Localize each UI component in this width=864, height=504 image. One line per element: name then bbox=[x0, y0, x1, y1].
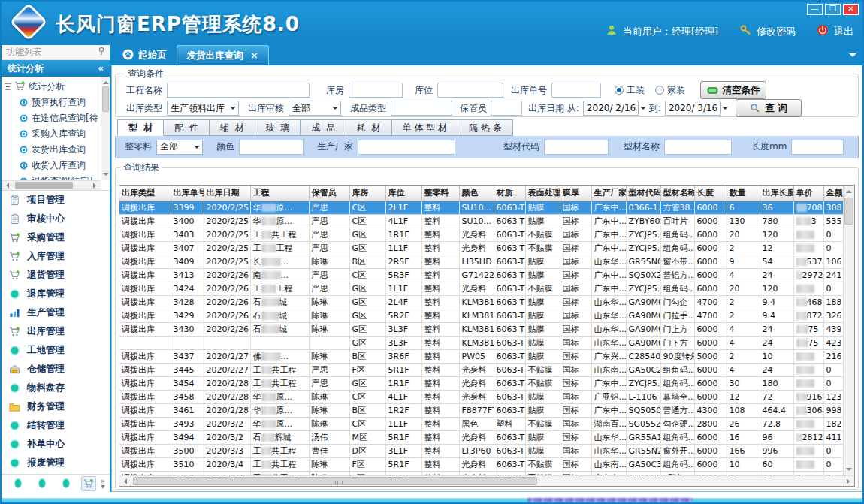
tree-root-node[interactable]: 统计分析 bbox=[5, 79, 110, 95]
date-from-picker[interactable]: 2020/ 2/16 bbox=[583, 101, 639, 116]
material-tab-辅材[interactable]: 辅 材 bbox=[210, 119, 255, 136]
material-tab-单体型材[interactable]: 单 体 型 材 bbox=[392, 119, 458, 136]
location-input[interactable] bbox=[437, 83, 503, 98]
search-button[interactable]: 查 询 bbox=[736, 99, 802, 117]
table-row[interactable]: 调拨出库34092020/2/25长...陈琳B区2R5F整料LI35HD606… bbox=[119, 255, 843, 268]
material-tab-耗材[interactable]: 耗 材 bbox=[346, 119, 392, 136]
tree-vertical-scrollbar[interactable] bbox=[101, 77, 110, 180]
table-row[interactable]: 调拨出库34372020/2/27佛...陈琳B区3R6F整料PW056063-… bbox=[119, 349, 843, 363]
scrollbar-thumb[interactable] bbox=[844, 198, 853, 225]
material-tab-玻璃[interactable]: 玻 璃 bbox=[255, 119, 301, 136]
length-input[interactable] bbox=[791, 140, 844, 155]
sidebar-item-审核中心[interactable]: 审核中心 bbox=[2, 210, 110, 228]
date-to-picker[interactable]: 2020/ 3/16 bbox=[665, 101, 721, 116]
table-row[interactable]: 调拨出库34452020/2/27工共工程严思F区5R1F整料光身料6063-T… bbox=[119, 363, 843, 376]
column-header-膜厚[interactable]: 膜厚 bbox=[560, 186, 591, 201]
tab-shipping-outbound-query[interactable]: 发货出库查询 × bbox=[177, 45, 269, 65]
tree-horizontal-scrollbar[interactable] bbox=[2, 180, 101, 190]
column-header-整零料[interactable]: 整零料 bbox=[421, 186, 459, 201]
table-row[interactable]: 调拨出库34302020/2/26石城陈琳G区3L3F整料KLM38176063… bbox=[119, 322, 843, 336]
scroll-up-icon[interactable] bbox=[846, 187, 852, 193]
column-header-工程[interactable]: 工程 bbox=[250, 186, 309, 201]
change-password-link[interactable]: 修改密码 bbox=[757, 25, 796, 38]
tree-item-收货入库查询[interactable]: 收货入库查询 bbox=[5, 158, 110, 174]
table-row[interactable]: 调拨出库34542020/2/28工共工程严思G区1R1F整料光身料6063-T… bbox=[119, 376, 843, 390]
table-row[interactable]: 调拨出库34242020/2/26工工程严思G区1L1F整料光身料6063-T5… bbox=[119, 282, 843, 295]
sidebar-item-物料盘存[interactable]: 物料盘存 bbox=[2, 379, 110, 397]
sidebar-item-入库管理[interactable]: 入库管理 bbox=[2, 247, 110, 266]
whole-piece-select[interactable]: 全部 bbox=[156, 140, 203, 155]
scroll-left-icon[interactable] bbox=[121, 478, 127, 484]
column-header-金额[interactable]: 金额 bbox=[823, 186, 843, 201]
tree-expander-icon[interactable] bbox=[5, 83, 11, 90]
table-row[interactable]: 调拨出库35002020/3/3工共工程曹佳D区3L1F整料LT3P606063… bbox=[119, 444, 843, 457]
profile-name-input[interactable] bbox=[664, 140, 732, 155]
column-header-生产厂家[interactable]: 生产厂家 bbox=[591, 186, 626, 201]
horizontal-scrollbar[interactable] bbox=[119, 475, 854, 486]
sidebar-item-仓储管理[interactable]: 仓储管理 bbox=[2, 360, 110, 379]
column-header-出库长度[interactable]: 出库长度 bbox=[760, 186, 793, 201]
sidebar-item-工地管理[interactable]: 工地管理 bbox=[2, 341, 110, 360]
tree-item-在途信息查询待[interactable]: 在途信息查询[待 bbox=[5, 110, 110, 126]
radio-workwear[interactable] bbox=[615, 86, 624, 95]
material-tab-成品[interactable]: 成 品 bbox=[301, 119, 346, 136]
table-row[interactable]: 调拨出库34942020/3/2石辉城汤伟M区5R1F整料光身料6063-T5贴… bbox=[119, 430, 843, 444]
column-header-出库类型[interactable]: 出库类型 bbox=[119, 186, 171, 201]
project-name-input[interactable] bbox=[167, 83, 310, 98]
tree-item-采购入库查询[interactable]: 采购入库查询 bbox=[5, 126, 110, 142]
column-header-库位[interactable]: 库位 bbox=[385, 186, 421, 201]
logout-link[interactable]: 退出 bbox=[834, 25, 853, 38]
table-row[interactable]: 调拨出库34282020/2/26石城陈琳G区2L4F整料KLM38176063… bbox=[119, 295, 843, 309]
sidebar-item-报废管理[interactable]: 报废管理 bbox=[2, 454, 110, 472]
column-header-型材代码[interactable]: 型材代码 bbox=[626, 186, 660, 201]
vertical-scrollbar[interactable] bbox=[843, 186, 854, 475]
outbound-order-no-input[interactable] bbox=[551, 83, 601, 98]
scroll-down-icon[interactable] bbox=[846, 468, 852, 474]
column-header-颜色[interactable]: 颜色 bbox=[459, 186, 494, 201]
minimize-button[interactable]: — bbox=[807, 4, 823, 15]
table-row[interactable]: 调拨出库34002020/2/25华原...严思C区4L1F整料SU10...6… bbox=[119, 214, 843, 228]
sidebar-item-项目管理[interactable]: 项目管理 bbox=[2, 191, 110, 210]
column-header-长度[interactable]: 长度 bbox=[694, 186, 727, 201]
maximize-button[interactable]: ❐ bbox=[825, 4, 841, 15]
sidebar-item-退货管理[interactable]: 退货管理 bbox=[2, 266, 110, 285]
column-header-保管员[interactable]: 保管员 bbox=[309, 186, 349, 201]
more-options-button[interactable]: »▾ bbox=[101, 478, 105, 489]
scrollbar-thumb[interactable] bbox=[102, 86, 109, 112]
close-button[interactable]: ✕ bbox=[843, 4, 859, 15]
column-header-数量[interactable]: 数量 bbox=[727, 186, 760, 201]
table-row[interactable]: 调拨出库34032020/2/25工共工程严思G区1R1F整料光身料6063-T… bbox=[119, 228, 843, 241]
column-header-出库单号[interactable]: 出库单号 bbox=[171, 186, 204, 201]
sidebar-item-财务管理[interactable]: 财务管理 bbox=[2, 397, 110, 416]
radio-home-decoration[interactable] bbox=[655, 86, 664, 95]
table-row[interactable]: 调拨出库34612020/2/28华原...陈琳B区1R2F整料F8877FT6… bbox=[119, 403, 843, 417]
profile-code-input[interactable] bbox=[544, 140, 609, 155]
sidebar-item-退库管理[interactable]: 退库管理 bbox=[2, 285, 110, 303]
cart-module-button[interactable] bbox=[81, 476, 96, 491]
sidebar-item-补单中心[interactable]: 补单中心 bbox=[2, 435, 110, 454]
pin-icon[interactable] bbox=[98, 47, 105, 58]
product-type-input[interactable] bbox=[391, 101, 452, 116]
collapsed-module-dot-icon[interactable] bbox=[38, 478, 46, 488]
manufacturer-input[interactable] bbox=[358, 140, 455, 155]
sidebar-item-结转管理[interactable]: 结转管理 bbox=[2, 416, 110, 435]
collapsed-module-dot-icon[interactable] bbox=[14, 478, 22, 488]
scrollbar-thumb[interactable] bbox=[15, 182, 73, 189]
tab-home[interactable]: 起始页 bbox=[113, 45, 177, 65]
outbound-type-select[interactable]: 生产领料出库 bbox=[167, 101, 239, 116]
warehouse-input[interactable] bbox=[349, 83, 403, 98]
sidebar-section-header[interactable]: 统计分析 « bbox=[2, 60, 110, 77]
color-input[interactable] bbox=[239, 140, 304, 155]
material-tab-配件[interactable]: 配 件 bbox=[164, 119, 210, 136]
clear-conditions-button[interactable]: 清空条件 bbox=[700, 81, 766, 99]
material-tab-隔热条[interactable]: 隔 热 条 bbox=[458, 119, 513, 136]
column-header-材质[interactable]: 材质 bbox=[494, 186, 525, 201]
tree-item-预算执行查询[interactable]: 预算执行查询 bbox=[5, 95, 110, 110]
table-row[interactable]: 调拨出库34582020/2/28华原...陈琳C区4L1F整料光身料6063-… bbox=[119, 390, 843, 403]
table-row[interactable]: 调拨出库35102020/3/4工共工程陈琳F区5R1F整料光身料6063-T5… bbox=[119, 457, 843, 471]
tab-close-icon[interactable]: × bbox=[251, 50, 258, 61]
scroll-right-icon[interactable] bbox=[847, 478, 853, 484]
column-header-单价[interactable]: 单价 bbox=[793, 186, 823, 201]
material-tab-型材[interactable]: 型 材 bbox=[117, 119, 164, 136]
table-row[interactable]: 调拨出库34132020/2/26南...严思C区5R3F整料G71422606… bbox=[119, 268, 843, 282]
